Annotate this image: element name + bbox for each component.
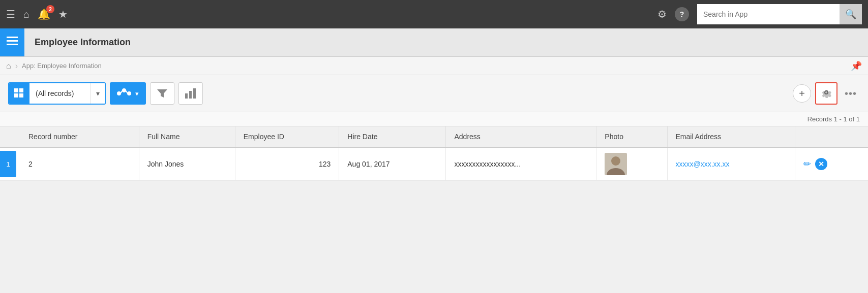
search-bar: 🔍 <box>697 4 862 24</box>
employee-id-cell: 123 <box>235 147 339 181</box>
hire-date-cell: Aug 01, 2017 <box>339 147 446 181</box>
action-icons: ✏ ✕ <box>803 158 860 170</box>
more-options-button[interactable]: ••• <box>842 84 860 103</box>
col-header-address[interactable]: Address <box>446 126 596 148</box>
view-selector[interactable]: (All records) ▾ <box>8 82 106 105</box>
col-header-email[interactable]: Email Address <box>667 126 795 148</box>
help-icon[interactable]: ? <box>675 7 689 21</box>
action-cell: ✏ ✕ <box>795 147 868 181</box>
table-row: 1 2 John Jones 123 Aug 01, 2017 xxxxxxxx… <box>0 147 868 181</box>
table-settings-button[interactable] <box>815 82 837 105</box>
address-cell: xxxxxxxxxxxxxxxxx... <box>446 147 596 181</box>
bell-wrapper[interactable]: 🔔 2 <box>38 8 50 20</box>
data-table-container: Record number Full Name Employee ID Hire… <box>0 126 868 181</box>
settings-nav-icon[interactable]: ⚙ <box>657 8 667 20</box>
app-header-blue-bar <box>0 28 24 56</box>
view-grid-icon <box>9 83 29 104</box>
svg-rect-6 <box>19 93 23 97</box>
svg-point-7 <box>117 92 121 95</box>
col-header-actions <box>795 126 868 148</box>
add-record-button[interactable]: + <box>793 84 811 103</box>
breadcrumb-home-icon[interactable]: ⌂ <box>6 61 11 71</box>
list-menu-icon[interactable] <box>7 37 18 48</box>
edit-icon[interactable]: ✏ <box>803 158 811 170</box>
email-cell: xxxxx@xxx.xx.xx <box>667 147 795 181</box>
more-icon: ••• <box>845 88 857 100</box>
records-info: Records 1 - 1 of 1 <box>0 112 868 126</box>
flow-button[interactable]: ▾ <box>110 82 146 105</box>
breadcrumb-separator: › <box>15 61 18 71</box>
chart-button[interactable] <box>178 82 203 105</box>
app-header: Employee Information <box>0 28 868 57</box>
col-header-photo[interactable]: Photo <box>596 126 667 148</box>
svg-line-11 <box>126 90 128 93</box>
top-navigation: ☰ ⌂ 🔔 2 ★ ⚙ ? 🔍 <box>0 0 868 28</box>
email-link[interactable]: xxxxx@xxx.xx.xx <box>676 160 730 168</box>
svg-marker-12 <box>157 89 167 97</box>
flow-chevron-icon: ▾ <box>135 90 139 97</box>
search-icon: 🔍 <box>845 9 856 20</box>
svg-point-17 <box>611 156 620 166</box>
col-header-record-number[interactable]: Record number <box>20 126 139 148</box>
view-label: (All records) <box>29 83 91 104</box>
search-button[interactable]: 🔍 <box>840 4 862 24</box>
svg-rect-15 <box>193 88 196 99</box>
svg-rect-2 <box>7 44 18 45</box>
col-header-hire-date[interactable]: Hire Date <box>339 126 446 148</box>
svg-rect-0 <box>7 37 18 38</box>
settings-icon <box>821 87 832 101</box>
filter-button[interactable] <box>150 82 174 105</box>
toolbar: (All records) ▾ ▾ + <box>0 75 868 112</box>
app-title: Employee Information <box>24 37 141 48</box>
records-count: Records 1 - 1 of 1 <box>807 115 860 123</box>
data-table: Record number Full Name Employee ID Hire… <box>0 126 868 181</box>
svg-rect-3 <box>14 88 18 92</box>
delete-button[interactable]: ✕ <box>815 158 827 170</box>
col-header-indicator <box>0 126 20 148</box>
row-indicator-cell: 1 <box>0 147 20 181</box>
home-nav-icon[interactable]: ⌂ <box>23 9 29 20</box>
svg-rect-5 <box>14 93 18 97</box>
row-indicator[interactable]: 1 <box>0 151 16 177</box>
svg-rect-14 <box>189 91 192 99</box>
breadcrumb: ⌂ › App: Employee Information 📌 <box>0 57 868 75</box>
record-number-cell: 2 <box>20 147 139 181</box>
pin-icon[interactable]: 📌 <box>851 60 862 72</box>
favorites-icon[interactable]: ★ <box>58 8 68 20</box>
photo-cell <box>596 147 667 181</box>
photo-thumbnail <box>605 153 627 175</box>
svg-rect-13 <box>185 93 188 99</box>
search-input[interactable] <box>697 4 840 24</box>
col-header-full-name[interactable]: Full Name <box>139 126 235 148</box>
menu-icon[interactable]: ☰ <box>6 8 15 20</box>
breadcrumb-text: App: Employee Information <box>22 62 102 70</box>
svg-line-10 <box>121 90 123 93</box>
svg-point-8 <box>123 89 126 92</box>
svg-rect-1 <box>7 40 18 42</box>
add-icon: + <box>799 88 805 100</box>
view-chevron-icon[interactable]: ▾ <box>91 83 105 104</box>
full-name-cell: John Jones <box>139 147 235 181</box>
table-header-row: Record number Full Name Employee ID Hire… <box>0 126 868 148</box>
col-header-employee-id[interactable]: Employee ID <box>235 126 339 148</box>
svg-rect-4 <box>19 88 23 92</box>
svg-point-9 <box>128 92 131 95</box>
notification-badge: 2 <box>46 5 54 13</box>
